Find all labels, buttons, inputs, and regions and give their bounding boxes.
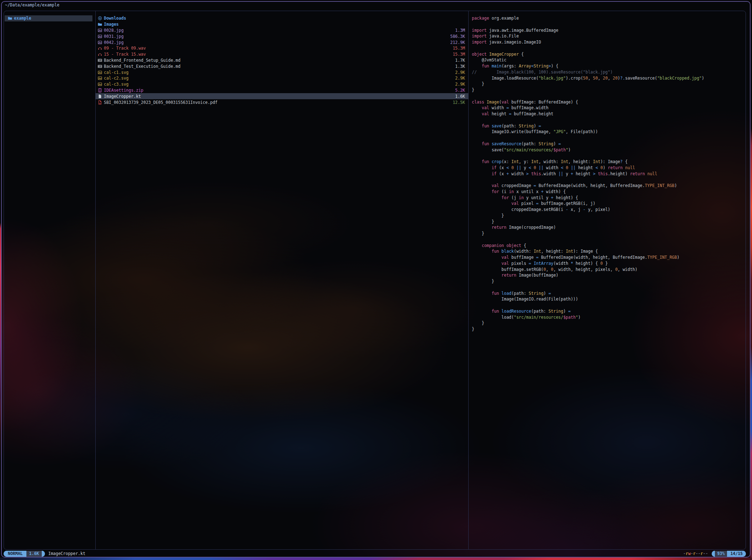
code-line: return Image(croppedImage) <box>472 224 746 231</box>
file-row[interactable]: cal-c3.svg2.9K <box>96 81 468 87</box>
code-line: object ImageCropper { <box>472 51 746 57</box>
code-line <box>472 21 746 27</box>
status-bar: NORMAL 1.6K ImageCropper.kt -rw-r--r-- 9… <box>4 551 746 557</box>
file-size: 12.5K <box>453 100 465 105</box>
code-line: val buffImage = BufferedImage(width, hei… <box>472 254 746 261</box>
directory-name: example <box>14 16 90 21</box>
vector-image-icon <box>98 76 102 80</box>
file-row[interactable]: cal-c2.svg2.9K <box>96 75 468 81</box>
code-line <box>472 153 746 159</box>
file-row[interactable]: 0042.jpg212.9K <box>96 39 468 45</box>
code-line: import javax.imageio.ImageIO <box>472 39 746 45</box>
file-row[interactable]: 0028.jpg1.3M <box>96 27 468 34</box>
file-permissions: -rw-r--r-- <box>683 551 708 557</box>
code-line <box>472 117 746 123</box>
file-row[interactable]: 0031.jpg586.3K <box>96 33 468 39</box>
file-row[interactable]: 15 - Track 15.wav15.3M <box>96 51 468 57</box>
file-size-badge: 1.6K <box>26 551 42 557</box>
audio-icon <box>98 46 102 50</box>
markdown-icon <box>98 64 102 69</box>
file-row[interactable]: Downloads <box>96 15 468 21</box>
code-line: } <box>472 213 746 219</box>
current-path-text: ~/Data/example/example <box>5 2 59 7</box>
code-line: return Image(buffImage) <box>472 272 746 278</box>
file-row[interactable]: ImageCropper.kt1.6K <box>96 93 468 99</box>
file-row[interactable]: Images <box>96 21 468 27</box>
parent-directory-item[interactable]: example <box>5 15 92 21</box>
code-line: fun crop(x: Int, y: Int, width: Int, hei… <box>472 159 746 165</box>
breadcrumb-path: ~/Data/example/example <box>5 2 59 8</box>
code-line: croppedImage.setRGB(i - x, j - y, pixel) <box>472 207 746 213</box>
file-name: cal-c3.svg <box>104 82 452 87</box>
code-line: import java.io.File <box>472 33 746 39</box>
code-line <box>472 135 746 141</box>
code-line: class Image(val buffImage: BufferedImage… <box>472 99 746 105</box>
parent-directory-pane: example <box>4 11 95 549</box>
file-row[interactable]: IDEAsettings.zip5.2K <box>96 87 468 94</box>
code-line: if (x + width > this.width || y + height… <box>472 171 746 177</box>
preview-pane[interactable]: package org.example import java.awt.imag… <box>469 11 746 549</box>
file-name: Backend_Frontend_Setup_Guide.md <box>104 58 452 63</box>
code-line: @JvmStatic <box>472 57 746 63</box>
current-directory-pane: DownloadsImages0028.jpg1.3M0031.jpg586.3… <box>95 11 469 549</box>
image-icon <box>98 28 102 32</box>
code-preview: package org.example import java.awt.imag… <box>469 11 746 332</box>
code-line: import java.awt.image.BufferedImage <box>472 27 746 34</box>
code-line: fun main(args: Array<String>) { <box>472 63 746 69</box>
folder-icon <box>98 22 102 26</box>
status-left-group: NORMAL 1.6K ImageCropper.kt <box>4 551 85 557</box>
desktop: ~/Data/example/example example Downloads… <box>0 0 752 560</box>
code-line: Image.loadResource("black.jpg").crop(50,… <box>472 75 746 81</box>
code-line: fun saveResource(path: String) = <box>472 141 746 147</box>
code-line: // Image.black(100, 100).saveResource("b… <box>472 69 746 75</box>
code-line: package org.example <box>472 15 746 21</box>
code-line: for (j in y until y + height) { <box>472 195 746 201</box>
code-line: val height = buffImage.height <box>472 111 746 117</box>
file-row[interactable]: 09 - Track 09.wav15.3M <box>96 45 468 51</box>
code-line <box>472 284 746 291</box>
code-line: val pixels = IntArray(width * height) { … <box>472 261 746 267</box>
file-size: 15.3M <box>453 52 465 57</box>
code-line: } <box>472 320 746 326</box>
file-name: 09 - Track 09.wav <box>104 46 450 51</box>
code-line: val pixel = buffImage.getRGB(i, j) <box>472 201 746 207</box>
file-row[interactable]: SBI_0032013739_2023_DE05_0003155631Invoi… <box>96 99 468 105</box>
file-list: DownloadsImages0028.jpg1.3M0031.jpg586.3… <box>96 11 468 105</box>
code-line: Image(ImageIO.read(File(path))) <box>472 296 746 302</box>
archive-icon <box>98 88 102 92</box>
code-line: companion object { <box>472 243 746 249</box>
file-size: 212.9K <box>450 40 465 45</box>
audio-icon <box>98 52 102 56</box>
code-line: fun loadResource(path: String) = <box>472 308 746 314</box>
code-line: } <box>472 81 746 87</box>
folder-icon <box>8 16 12 20</box>
status-file-name: ImageCropper.kt <box>48 551 85 557</box>
code-line: val width = buffImage.width <box>472 105 746 111</box>
file-name: SBI_0032013739_2023_DE05_0003155631Invoi… <box>104 100 450 105</box>
file-name: cal-c2.svg <box>104 76 452 81</box>
vector-image-icon <box>98 82 102 86</box>
file-size: 2.9K <box>455 70 465 75</box>
file-name: Images <box>104 22 462 27</box>
file-row[interactable]: cal-c1.svg2.9K <box>96 69 468 75</box>
code-line: } <box>472 219 746 225</box>
file-row[interactable]: Backend_Test_Execution_Guide.md1.3K <box>96 63 468 69</box>
code-line: fun load(path: String) = <box>472 291 746 297</box>
code-line <box>472 177 746 183</box>
file-name: IDEAsettings.zip <box>104 88 452 93</box>
file-size: 1.7K <box>455 58 465 63</box>
code-line: } <box>472 231 746 237</box>
file-size: 5.2K <box>455 88 465 93</box>
code-line: if (x < 0 || y < 0 || width < 0 || heigh… <box>472 165 746 171</box>
code-line <box>472 237 746 243</box>
file-name: 0028.jpg <box>104 28 452 33</box>
vector-image-icon <box>98 70 102 75</box>
file-icon <box>98 94 102 99</box>
file-row[interactable]: Backend_Frontend_Setup_Guide.md1.7K <box>96 57 468 64</box>
code-line: } <box>472 278 746 284</box>
code-line: val croppedImage = BufferedImage(width, … <box>472 183 746 189</box>
pdf-icon <box>98 100 102 105</box>
file-size: 15.3M <box>453 46 465 51</box>
file-size: 2.9K <box>455 76 465 81</box>
mode-indicator: NORMAL <box>4 551 26 557</box>
